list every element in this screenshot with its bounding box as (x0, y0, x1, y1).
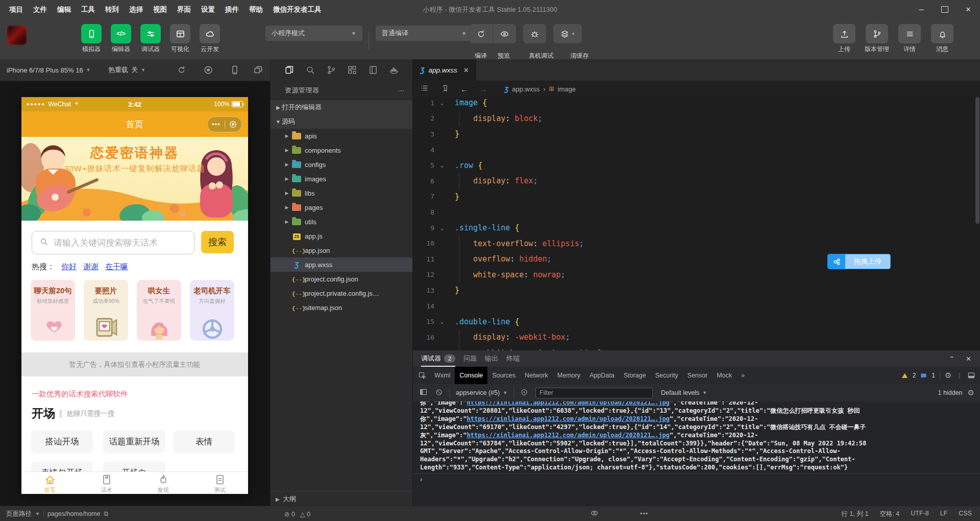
close-panel-icon[interactable]: ✕ (966, 355, 971, 363)
console-link[interactable]: https://xinlianai.app1212.com/admin/uplo… (467, 432, 669, 439)
menu-item[interactable]: 项目 (4, 0, 28, 19)
console-link[interactable]: https://xinlianai.app1212.com/admin/uplo… (467, 415, 669, 422)
record-icon[interactable] (203, 65, 213, 75)
toolbar-button-bell[interactable]: 消息 (926, 19, 959, 54)
devtools-tab-network[interactable]: Network (520, 367, 553, 384)
dock-panel-icon[interactable] (967, 371, 975, 380)
status-item[interactable]: 行 1, 列 1 (842, 510, 869, 518)
devtools-settings-gear-icon[interactable]: ⚙ (945, 371, 951, 380)
status-item[interactable]: CSS (959, 510, 972, 518)
category-card[interactable]: 哄女生生气了不要慌 (137, 280, 181, 341)
phone-tab-doc[interactable]: 测试 (191, 472, 248, 494)
phone-icon[interactable] (230, 65, 240, 75)
hot-search-link[interactable]: 谢谢 (83, 262, 99, 272)
toolbar-button-refresh[interactable] (470, 24, 493, 43)
code-editor[interactable]: 拖拽上传 1⌄image {2display: block;3}45⌄.row … (413, 97, 980, 350)
breadcrumb-file[interactable]: app.wxss (512, 85, 540, 93)
rotate-icon[interactable] (177, 65, 187, 75)
context-dropdown[interactable]: appservice (#5) ▼ (456, 389, 507, 396)
create-live-expression-icon[interactable] (520, 388, 528, 398)
toolbar-button-phone[interactable]: 模拟器 (77, 19, 106, 54)
minimize-button[interactable]: ─ (910, 0, 933, 19)
console-prompt[interactable]: › (413, 473, 980, 484)
toolbar-button-upload[interactable]: 上传 (828, 19, 861, 54)
search-input[interactable]: 请输入关键词搜索聊天话术 (32, 231, 194, 254)
toolbar-button-bug[interactable] (523, 24, 546, 43)
tree-item-file[interactable]: {··}sitemap.json (271, 300, 413, 315)
tree-section-expanded[interactable]: ▼源码 (271, 114, 413, 129)
docker-icon[interactable] (389, 65, 399, 75)
console-link[interactable]: https://xinlianai.app1212.com/admin/uplo… (467, 401, 669, 406)
toolbar-button-visual[interactable]: 可视化 (165, 19, 195, 54)
topic-button[interactable]: 搭讪开场 (31, 431, 93, 453)
toolbar-button-eye[interactable] (493, 24, 516, 43)
hot-reload-dropdown[interactable]: 热重载 关 ▼ (108, 59, 145, 81)
capsule-menu[interactable]: ••• (207, 116, 242, 132)
toolbar-button-cloud[interactable]: 云开发 (195, 19, 225, 54)
menu-item[interactable]: 视图 (148, 0, 172, 19)
status-more-icon[interactable]: ••• (640, 510, 648, 517)
pages-icon[interactable] (368, 65, 378, 75)
levels-dropdown[interactable]: Default levels ▼ (661, 389, 707, 396)
outline-section[interactable]: ▶ 大纲 (271, 491, 413, 506)
menu-item[interactable]: 微信开发者工具 (268, 0, 327, 19)
preview-eye-icon[interactable] (590, 509, 599, 519)
page-path-label[interactable]: 页面路径 (6, 510, 32, 518)
devtools-tab-console[interactable]: Console (455, 367, 487, 384)
devtools-more-icon[interactable]: ⋮ (957, 372, 963, 380)
menu-item[interactable]: 插件 (220, 0, 244, 19)
tree-item-file[interactable]: Ʒapp.wxss (271, 257, 413, 272)
exit-target-icon[interactable] (225, 120, 242, 129)
category-card[interactable]: 要照片成功率90% (84, 280, 128, 341)
menu-item[interactable]: 转到 (100, 0, 124, 19)
menu-item[interactable]: 界面 (172, 0, 196, 19)
toolbar-button-layers[interactable]: ▼ (553, 24, 582, 43)
devtools-tab-storage[interactable]: Storage (619, 367, 651, 384)
close-tab-icon[interactable]: ✕ (463, 66, 469, 74)
bookmark-icon[interactable] (441, 84, 449, 94)
breadcrumb-symbol[interactable]: image (558, 85, 576, 93)
debugger-tab[interactable]: 终端 (506, 350, 520, 367)
topic-button[interactable]: 表情 (173, 431, 235, 453)
devtools-tab-appdata[interactable]: AppData (585, 367, 619, 384)
inspect-element-icon[interactable] (418, 371, 427, 380)
fold-chevron-icon[interactable]: ⌄ (434, 100, 450, 106)
maximize-button[interactable] (933, 0, 957, 19)
hot-search-link[interactable]: 你好 (61, 262, 77, 272)
toolbar-button-menu[interactable]: 详情 (893, 19, 926, 54)
nav-back-icon[interactable]: ← (460, 85, 468, 93)
search-button[interactable]: 搜索 (201, 231, 234, 253)
devtools-tab-mock[interactable]: Mock (712, 367, 737, 384)
phone-tab-flame[interactable]: 发现 (135, 472, 191, 494)
tree-item-folder[interactable]: ▶configs (271, 157, 413, 172)
tree-item-folder[interactable]: ▶pages (271, 200, 413, 215)
topic-button[interactable]: 话题重新开场 (103, 431, 165, 453)
debugger-tab[interactable]: 问题 (463, 350, 477, 367)
close-button[interactable]: ✕ (957, 0, 980, 19)
menu-item[interactable]: 文件 (28, 0, 52, 19)
mode-dropdown[interactable]: 小程序模式▼ (265, 26, 362, 41)
collapse-panel-icon[interactable]: ⌃ (949, 355, 954, 363)
clear-console-icon[interactable] (435, 388, 443, 398)
toolbar-button-code[interactable]: </>编辑器 (106, 19, 136, 54)
menu-item[interactable]: 编辑 (52, 0, 76, 19)
tree-item-file[interactable]: {··}project.private.config.js… (271, 286, 413, 300)
fold-chevron-icon[interactable]: ⌄ (434, 225, 450, 231)
status-item[interactable]: LF (940, 510, 948, 518)
debugger-tab[interactable]: 输出 (485, 350, 498, 367)
toolbar-button-sliders[interactable]: 调试器 (136, 19, 165, 54)
tree-item-file[interactable]: {··}project.config.json (271, 272, 413, 286)
tree-item-folder[interactable]: ▶utils (271, 215, 413, 229)
extensions-icon[interactable] (347, 65, 357, 75)
tree-item-folder[interactable]: ▶components (271, 143, 413, 157)
tree-item-file[interactable]: JSapp.js (271, 229, 413, 243)
nav-forward-icon[interactable]: → (479, 85, 487, 93)
problem-counters[interactable]: ⊘ 0 △ 0 (284, 510, 310, 518)
devtools-tab-security[interactable]: Security (650, 367, 682, 384)
page-path-value[interactable]: pages/home/home (47, 510, 101, 517)
hot-search-link[interactable]: 在干嘛 (105, 262, 128, 272)
menu-item[interactable]: 设置 (196, 0, 220, 19)
menu-item[interactable]: 工具 (76, 0, 100, 19)
tree-item-file[interactable]: {··}app.json (271, 243, 413, 257)
devtools-tab-wxml[interactable]: Wxml (430, 367, 455, 384)
